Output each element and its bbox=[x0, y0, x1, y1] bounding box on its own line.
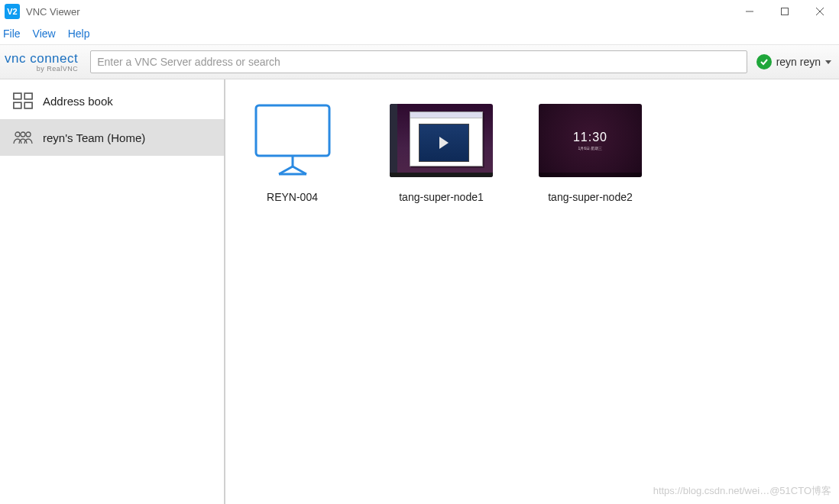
toolbar: vnc connect by RealVNC reyn reyn bbox=[0, 44, 839, 79]
menu-help[interactable]: Help bbox=[68, 24, 98, 43]
svg-rect-5 bbox=[24, 93, 32, 99]
sidebar-item-label: reyn's Team (Home) bbox=[43, 131, 145, 144]
svg-point-9 bbox=[21, 132, 25, 137]
user-menu[interactable]: reyn reyn bbox=[756, 54, 831, 69]
svg-rect-1 bbox=[782, 8, 789, 15]
connection-label: tang-super-node2 bbox=[548, 191, 633, 203]
people-icon bbox=[12, 129, 34, 146]
logo-subtext: by RealVNC bbox=[37, 65, 79, 73]
connection-item[interactable]: 11:30 1月6日 星期三 tang-super-node2 bbox=[539, 104, 642, 203]
menu-view[interactable]: View bbox=[33, 24, 63, 43]
connection-item[interactable]: REYN-004 bbox=[241, 104, 344, 203]
connection-thumbnail bbox=[390, 104, 493, 177]
svg-point-10 bbox=[26, 132, 31, 137]
sidebar-item-address-book[interactable]: Address book bbox=[0, 82, 224, 119]
svg-rect-4 bbox=[14, 93, 21, 99]
connection-item[interactable]: tang-super-node1 bbox=[390, 104, 493, 203]
lock-date: 1月6日 星期三 bbox=[578, 146, 603, 150]
svg-rect-11 bbox=[256, 105, 329, 156]
svg-point-8 bbox=[15, 132, 20, 137]
titlebar: V2 VNC Viewer bbox=[0, 0, 839, 23]
sidebar-item-label: Address book bbox=[43, 95, 113, 108]
menubar: File View Help bbox=[0, 23, 839, 44]
close-button[interactable] bbox=[802, 0, 837, 23]
sidebar: Address book reyn's Team (Home) bbox=[0, 79, 225, 504]
connection-label: REYN-004 bbox=[267, 191, 318, 203]
connection-thumbnail: 11:30 1月6日 星期三 bbox=[539, 104, 642, 177]
menu-file[interactable]: File bbox=[3, 24, 28, 43]
chevron-down-icon bbox=[825, 60, 831, 64]
user-name: reyn reyn bbox=[776, 56, 821, 68]
monitor-placeholder-icon bbox=[241, 104, 344, 177]
status-ok-icon bbox=[756, 54, 772, 69]
app-icon: V2 bbox=[5, 4, 20, 19]
connection-label: tang-super-node1 bbox=[399, 191, 484, 203]
svg-rect-7 bbox=[24, 102, 32, 108]
maximize-button[interactable] bbox=[767, 0, 802, 23]
minimize-button[interactable] bbox=[732, 0, 767, 23]
search-input[interactable] bbox=[90, 50, 747, 73]
svg-rect-6 bbox=[14, 102, 21, 108]
vnc-connect-logo: vnc connect by RealVNC bbox=[5, 51, 78, 73]
lock-time: 11:30 bbox=[573, 131, 607, 144]
sidebar-item-team[interactable]: reyn's Team (Home) bbox=[0, 119, 224, 156]
connections-grid: REYN-004 tang-super-node1 11:30 1月6日 星期三… bbox=[225, 79, 839, 504]
window-title: VNC Viewer bbox=[26, 6, 80, 18]
grid-icon bbox=[12, 92, 34, 109]
